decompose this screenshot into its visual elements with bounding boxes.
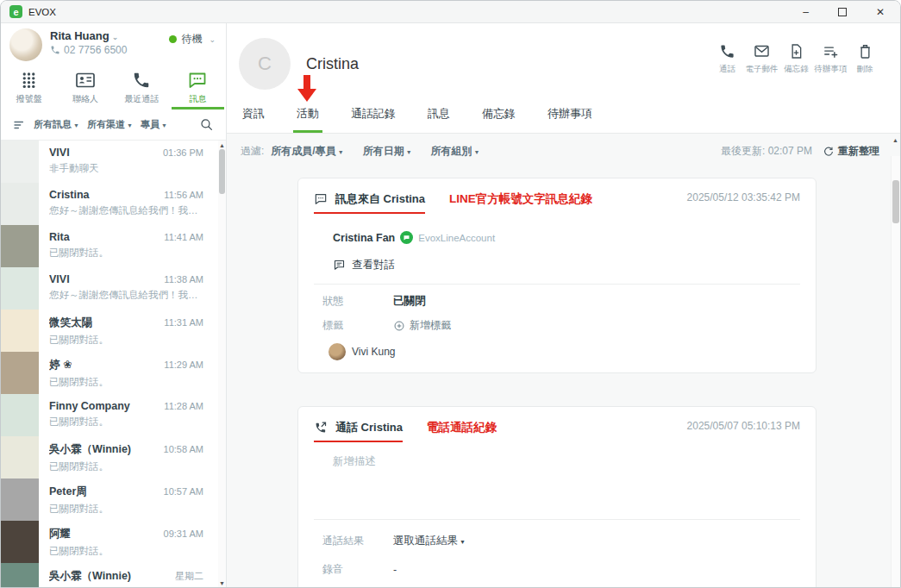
nav-recent-calls[interactable]: 最近通話 — [114, 66, 170, 109]
sort-icon[interactable] — [13, 119, 26, 131]
status-dot-icon — [169, 35, 177, 43]
call-result-dropdown[interactable]: 選取通話結果▼ — [393, 534, 466, 548]
chat-name: VIVI — [49, 147, 70, 159]
contact-header: C Cristina 通話 電子郵件 備忘錄 — [227, 23, 900, 101]
chat-name: 微笑太陽 — [49, 316, 92, 330]
add-description-field[interactable]: 新增描述 — [333, 454, 800, 508]
scrollbar-thumb[interactable] — [219, 149, 225, 194]
nav-messages[interactable]: 訊息 — [170, 66, 226, 109]
nav-dialpad[interactable]: 撥號盤 — [1, 66, 57, 109]
filter-groups-dropdown[interactable]: 所有組別▼ — [431, 144, 480, 159]
chat-list-item[interactable]: Rita 11:41 AM 已關閉對話。 — [1, 225, 226, 267]
chat-time: 11:31 AM — [164, 317, 203, 328]
chat-list-item[interactable]: Finny Company 11:28 AM 已關閉對話。 — [1, 394, 226, 436]
chat-list-item[interactable]: 阿耀 09:31 AM 已關閉對話。 — [1, 521, 226, 563]
chat-avatar — [1, 183, 39, 225]
filter-members-dropdown[interactable]: 所有成員/專員▼ — [271, 144, 343, 159]
chat-list-item[interactable]: Peter周 10:57 AM 已關閉對話。 — [1, 479, 226, 521]
scroll-up-icon[interactable]: ▲ — [892, 137, 898, 143]
chat-name: 吳小霖（Winnie) — [49, 442, 131, 457]
chat-time: 09:31 AM — [164, 529, 203, 539]
chat-preview: 您好～謝謝您傳訊息給我們！我們的服務... — [49, 289, 203, 302]
evox-window: e EVOX – ✕ Rita Huang⌄ 02 7756 6500 — [0, 0, 901, 588]
chat-list-item[interactable]: 吳小霖（Winnie) 星期二 已關閉對話。 — [1, 563, 226, 588]
filter-all-messages[interactable]: 所有訊息▼ — [34, 118, 79, 131]
chat-time: 10:58 AM — [164, 444, 203, 454]
user-name-menu[interactable]: Rita Huang⌄ — [50, 29, 127, 42]
chat-name: 婷 ❀ — [49, 358, 72, 372]
activity-timestamp: 2025/05/07 05:10:13 PM — [687, 420, 800, 432]
tab-call-log[interactable]: 通話記錄 — [349, 101, 397, 133]
chat-time: 11:41 AM — [164, 232, 203, 242]
divider — [314, 519, 800, 520]
email-button[interactable]: 電子郵件 — [746, 43, 778, 75]
close-button[interactable]: ✕ — [876, 7, 885, 17]
chat-preview: 已關閉對話。 — [49, 334, 203, 347]
main-scrollbar[interactable]: ▲ — [891, 156, 900, 588]
nav-contacts[interactable]: 聯絡人 — [57, 66, 113, 109]
list-add-icon — [823, 43, 839, 59]
scrollbar-thumb[interactable] — [892, 180, 899, 223]
todo-button[interactable]: 待辦事項 — [815, 43, 847, 75]
status-field-label: 狀態 — [322, 294, 393, 309]
chat-list-item[interactable]: 婷 ❀ 11:29 AM 已關閉對話。 — [1, 352, 226, 394]
chat-list-item[interactable]: VIVI 11:38 AM 您好～謝謝您傳訊息給我們！我們的服務... — [1, 267, 226, 310]
memo-button[interactable]: 備忘錄 — [780, 43, 812, 75]
tab-activity[interactable]: 活動 — [295, 101, 321, 133]
call-result-label: 通話結果 — [322, 534, 393, 548]
chat-time: 星期二 — [175, 570, 203, 583]
chat-list-item[interactable]: 微笑太陽 11:31 AM 已關閉對話。 — [1, 310, 226, 352]
chat-name: VIVI — [49, 273, 70, 285]
chat-list: VIVI 01:36 PM 非手動聊天 Cristina 11:56 AM 您好… — [1, 141, 226, 588]
activity-owner: Vivi Kung — [328, 343, 800, 360]
scroll-up-icon[interactable]: ▲ — [219, 142, 225, 148]
tab-todos[interactable]: 待辦事項 — [546, 101, 594, 133]
view-conversation-link[interactable]: 查看對話 — [333, 258, 800, 272]
user-avatar[interactable] — [9, 28, 42, 61]
tab-messages[interactable]: 訊息 — [426, 101, 452, 133]
phone-icon — [50, 45, 60, 55]
chat-list-item[interactable]: VIVI 01:36 PM 非手動聊天 — [1, 141, 226, 183]
maximize-button[interactable] — [838, 8, 847, 16]
chat-avatar — [1, 479, 39, 521]
titlebar: e EVOX – ✕ — [1, 1, 900, 23]
chat-list-scrollbar[interactable]: ▲ ▼ — [218, 141, 226, 588]
window-controls: – ✕ — [803, 7, 892, 17]
tab-info[interactable]: 資訊 — [241, 101, 266, 133]
user-phone: 02 7756 6500 — [50, 44, 127, 56]
activity-timestamp: 2025/05/12 03:35:42 PM — [687, 191, 800, 203]
chat-preview: 已關閉對話。 — [49, 376, 203, 389]
refresh-button[interactable]: 重新整理 — [823, 144, 879, 159]
chat-time: 11:29 AM — [164, 360, 203, 370]
trash-icon — [857, 43, 873, 59]
chevron-down-icon: ⌄ — [209, 35, 216, 44]
filter-agents[interactable]: 專員▼ — [141, 118, 167, 131]
chat-avatar — [1, 521, 39, 563]
minimize-button[interactable]: – — [803, 7, 809, 17]
search-icon[interactable] — [199, 117, 214, 132]
chat-time: 11:28 AM — [164, 401, 203, 411]
presence-status[interactable]: 待機 ⌄ — [169, 32, 216, 47]
filter-all-channels[interactable]: 所有渠道▼ — [87, 118, 133, 131]
chat-avatar — [1, 394, 39, 436]
chat-list-item[interactable]: 吳小霖（Winnie) 10:58 AM 已關閉對話。 — [1, 436, 226, 479]
scroll-down-icon[interactable]: ▼ — [219, 580, 225, 586]
chat-avatar — [1, 563, 39, 588]
window-title: EVOX — [28, 7, 56, 17]
message-card-title: 訊息來自 Cristina — [314, 191, 425, 214]
contact-avatar: C — [239, 38, 291, 90]
annotation-arrow-icon — [297, 75, 316, 103]
caret-down-icon: ▼ — [161, 122, 167, 128]
activity-content: 過濾: 所有成員/專員▼ 所有日期▼ 所有組別▼ 最後更新: 02:07 PM … — [227, 134, 900, 588]
chat-name: 阿耀 — [49, 527, 71, 541]
tab-memos[interactable]: 備忘錄 — [480, 101, 517, 133]
call-button[interactable]: 通話 — [711, 43, 743, 75]
caret-down-icon: ▼ — [460, 539, 466, 545]
contact-actions: 通話 電子郵件 備忘錄 待辦事項 — [711, 38, 881, 75]
envelope-icon — [754, 43, 770, 59]
phone-icon — [719, 43, 735, 59]
chat-list-item[interactable]: Cristina 11:56 AM 您好～謝謝您傳訊息給我們！我們的服務... — [1, 183, 226, 225]
add-tag-button[interactable]: 新增標籤 — [393, 318, 451, 333]
filter-dates-dropdown[interactable]: 所有日期▼ — [363, 144, 412, 159]
delete-button[interactable]: 刪除 — [849, 43, 881, 75]
